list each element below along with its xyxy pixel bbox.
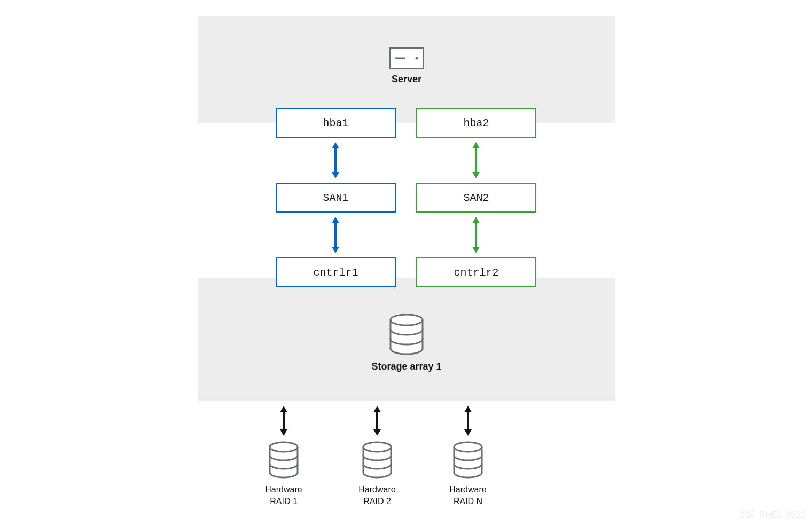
hba2-label: hba2 bbox=[463, 117, 489, 129]
svg-marker-8 bbox=[332, 247, 339, 253]
svg-point-75 bbox=[454, 442, 482, 452]
cntrlr2-box: cntrlr2 bbox=[416, 257, 536, 287]
storage-array-icon bbox=[389, 312, 424, 357]
raid-n-column: HardwareRAID N bbox=[431, 406, 505, 507]
svg-point-2 bbox=[416, 57, 418, 60]
svg-marker-4 bbox=[332, 142, 339, 148]
arrow-san2-cntrlr2-icon bbox=[472, 217, 480, 247]
cntrlr1-label: cntrlr1 bbox=[313, 267, 358, 279]
raid-1-column: HardwareRAID 1 bbox=[246, 406, 321, 507]
arrow-storage-raidN-icon bbox=[464, 406, 472, 436]
svg-marker-61 bbox=[464, 406, 472, 412]
raid-n-label: HardwareRAID N bbox=[431, 484, 505, 507]
arrow-storage-raid1-icon bbox=[280, 406, 287, 436]
cntrlr1-box: cntrlr1 bbox=[276, 257, 396, 287]
hba1-box: hba1 bbox=[276, 108, 396, 138]
san1-box: SAN1 bbox=[276, 183, 396, 213]
hba1-label: hba1 bbox=[323, 117, 348, 129]
storage-array-label: Storage array 1 bbox=[198, 361, 615, 372]
hba2-box: hba2 bbox=[416, 108, 536, 138]
svg-marker-62 bbox=[464, 429, 472, 436]
arrow-hba1-san1-icon bbox=[332, 142, 339, 172]
svg-marker-30 bbox=[280, 429, 287, 436]
arrow-storage-raid2-icon bbox=[373, 406, 381, 436]
svg-rect-0 bbox=[390, 48, 424, 69]
svg-marker-13 bbox=[472, 217, 480, 223]
arrow-hba2-san2-icon bbox=[472, 142, 480, 172]
raid-1-icon bbox=[246, 441, 321, 481]
san2-label: SAN2 bbox=[463, 192, 489, 204]
svg-marker-14 bbox=[472, 247, 480, 253]
svg-marker-29 bbox=[280, 406, 287, 412]
raid-n-icon bbox=[431, 441, 505, 481]
svg-point-43 bbox=[270, 442, 298, 452]
svg-point-27 bbox=[391, 315, 423, 325]
san1-label: SAN1 bbox=[323, 192, 348, 204]
svg-marker-46 bbox=[373, 429, 381, 436]
raid-2-icon bbox=[340, 441, 415, 481]
server-icon bbox=[389, 47, 424, 72]
diagram-canvas: Server hba1 hba2 SAN1 SAN2 cntrlr1 cntrl… bbox=[198, 16, 615, 513]
arrow-san1-cntrlr1-icon bbox=[332, 217, 339, 247]
raid-2-label: HardwareRAID 2 bbox=[340, 484, 415, 507]
svg-point-59 bbox=[363, 442, 391, 452]
san2-box: SAN2 bbox=[416, 183, 536, 213]
svg-marker-10 bbox=[472, 142, 480, 148]
svg-marker-45 bbox=[373, 406, 381, 412]
svg-marker-11 bbox=[472, 172, 480, 178]
svg-marker-7 bbox=[332, 217, 339, 223]
watermark: 315_RHEL_0323 bbox=[740, 510, 806, 520]
svg-marker-5 bbox=[332, 172, 339, 178]
raid-2-column: HardwareRAID 2 bbox=[340, 406, 415, 507]
raid-1-label: HardwareRAID 1 bbox=[246, 484, 321, 507]
cntrlr2-label: cntrlr2 bbox=[454, 267, 498, 279]
server-label: Server bbox=[198, 74, 615, 85]
